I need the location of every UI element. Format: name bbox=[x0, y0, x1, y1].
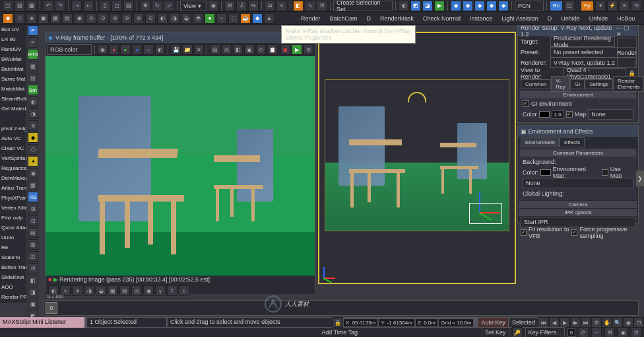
vfb-srgb-icon[interactable]: γ bbox=[155, 285, 166, 296]
new-icon[interactable]: ▢ bbox=[3, 1, 13, 11]
tab-effects[interactable]: Effects bbox=[560, 137, 585, 147]
tool-vertexkiller[interactable]: Vertex Killer bbox=[0, 204, 26, 213]
t2-n-icon[interactable]: ◐ bbox=[157, 13, 168, 24]
li-13-icon[interactable]: ▦ bbox=[28, 180, 38, 190]
tool-renderpr[interactable]: Render PR bbox=[0, 293, 26, 303]
t2-o-icon[interactable]: ◑ bbox=[169, 13, 179, 24]
vfb-settings-icon[interactable]: ⚙ bbox=[304, 44, 313, 55]
tool-bottox[interactable]: Bottox Trans bbox=[0, 263, 26, 273]
t2-p-icon[interactable]: ◒ bbox=[181, 13, 191, 24]
perspective-viewport[interactable] bbox=[318, 32, 516, 284]
goto-start-icon[interactable]: ⏮ bbox=[538, 317, 549, 328]
tool-lr90[interactable]: LR 90 bbox=[0, 35, 26, 45]
menu-hcbou[interactable]: HcBou bbox=[613, 15, 639, 22]
open-icon[interactable]: ▤ bbox=[15, 1, 25, 11]
li-23-icon[interactable]: ▣ bbox=[28, 299, 38, 309]
tool-matchmat[interactable]: MatchMat bbox=[0, 85, 26, 94]
t2-k-icon[interactable]: ⊛ bbox=[121, 13, 132, 24]
bolt-icon[interactable]: ⚡ bbox=[607, 1, 618, 11]
env-map-slot[interactable]: None bbox=[588, 109, 633, 120]
gi-env-check[interactable] bbox=[523, 100, 529, 107]
li-22-icon[interactable]: ◨ bbox=[28, 287, 38, 297]
li-11-icon[interactable]: ✦ bbox=[28, 156, 38, 167]
redo-icon[interactable]: ↷ bbox=[55, 1, 65, 11]
tool-samemat[interactable]: Same Mat bbox=[0, 75, 26, 85]
vfb-clear-icon[interactable]: ✕ bbox=[194, 44, 204, 55]
fit-check[interactable] bbox=[521, 229, 527, 236]
tool-x-icon[interactable]: ✕ bbox=[619, 1, 629, 11]
link-icon[interactable]: ⇢ bbox=[71, 1, 82, 11]
setkey-button[interactable]: Set Key bbox=[482, 327, 509, 337]
undo-icon[interactable]: ↶ bbox=[43, 1, 53, 11]
search-box[interactable]: PCN bbox=[515, 1, 544, 11]
timeline-slider[interactable]: 0 bbox=[44, 300, 639, 316]
window-controls[interactable]: — ▢ ✕ bbox=[616, 24, 635, 38]
coord-y[interactable]: Y: -1.61304m bbox=[378, 318, 415, 327]
vfb-save-icon[interactable]: 💾 bbox=[171, 44, 181, 55]
nav-b-icon[interactable]: ✋ bbox=[602, 317, 612, 328]
fp-icon[interactable]: Fp bbox=[581, 1, 594, 11]
keyfilters-button[interactable]: Key Filters... bbox=[525, 327, 565, 337]
snap-icon[interactable]: ⊞ bbox=[224, 1, 235, 11]
target-dropdown[interactable]: Production Rendering Mode bbox=[550, 36, 615, 47]
vfb-hue-icon[interactable]: ◒ bbox=[96, 285, 106, 296]
vp-b-icon[interactable]: ⊞ bbox=[604, 327, 615, 337]
t2-j-icon[interactable]: ⊚ bbox=[110, 13, 120, 24]
material-editor-icon[interactable]: ◐ bbox=[399, 1, 409, 11]
usemap-check[interactable] bbox=[602, 169, 608, 176]
li-17-icon[interactable]: ▤ bbox=[28, 227, 38, 238]
select-rect-icon[interactable]: ◻ bbox=[112, 1, 122, 11]
selection-set-dropdown[interactable]: Create Selection Set bbox=[333, 1, 393, 11]
vfb-icc-icon[interactable]: ◉ bbox=[143, 285, 154, 296]
vfb-compare-icon[interactable]: ◧ bbox=[233, 44, 243, 55]
vfb-clipboard-icon[interactable]: 📋 bbox=[267, 44, 277, 55]
vfb-exp-icon[interactable]: ☀ bbox=[72, 285, 82, 296]
scale-icon[interactable]: ⤢ bbox=[164, 1, 174, 11]
t2-d-icon[interactable]: ▣ bbox=[38, 13, 49, 24]
tool-arllux[interactable]: Arllux Tranf bbox=[0, 184, 26, 194]
tab-environment[interactable]: Environment bbox=[521, 137, 560, 147]
tool-cleanvc[interactable]: Clean VC bbox=[0, 144, 26, 154]
li-5-icon[interactable]: Bm bbox=[28, 85, 38, 95]
rc-icon[interactable]: Rc bbox=[550, 1, 563, 11]
vfb-stop-icon[interactable]: ◼ bbox=[280, 44, 290, 55]
tool-quickattach[interactable]: Quick Attach bbox=[0, 223, 26, 233]
t2-a-icon[interactable]: ◆ bbox=[3, 13, 13, 24]
tool-pivot2edge[interactable]: pivot 2 edge bbox=[0, 124, 26, 134]
t2-r-icon[interactable]: ● bbox=[205, 13, 215, 24]
vfb-region-icon[interactable]: ▣ bbox=[244, 44, 254, 55]
vfb-titlebar[interactable]: ◆ V-Ray frame buffer - [100% of 772 x 43… bbox=[46, 32, 315, 43]
t2-i-icon[interactable]: ⊙ bbox=[98, 13, 108, 24]
tool-detnmaker[interactable]: DetnMaker bbox=[0, 174, 26, 184]
schematic-icon[interactable]: ⊡ bbox=[317, 1, 327, 11]
tool-autovc[interactable]: Auto VC bbox=[0, 134, 26, 144]
coord-z[interactable]: Z: 0.0m bbox=[415, 318, 438, 327]
vfb-ocio-icon[interactable]: ◎ bbox=[131, 285, 142, 296]
vfb-lens-icon[interactable]: ◎ bbox=[222, 44, 232, 55]
li-4-icon[interactable]: ▤ bbox=[28, 73, 38, 83]
t2-l-icon[interactable]: ⊜ bbox=[133, 13, 144, 24]
tool-regularize[interactable]: Regularize bbox=[0, 164, 26, 174]
vfb-b-icon[interactable]: ● bbox=[132, 44, 142, 55]
move-icon[interactable]: ✥ bbox=[140, 1, 150, 11]
li-7-icon[interactable]: ◑ bbox=[28, 108, 38, 119]
menu-unhide[interactable]: Unhide bbox=[557, 15, 584, 22]
frame-field[interactable]: 0 bbox=[567, 328, 575, 337]
tab-settings[interactable]: Settings bbox=[585, 79, 613, 89]
common-params-head[interactable]: Common Parameters bbox=[520, 149, 636, 157]
render-button[interactable]: Render bbox=[617, 38, 637, 68]
vfb-g-icon[interactable]: ● bbox=[120, 44, 130, 55]
vfb-pixel-icon[interactable]: i bbox=[179, 285, 189, 296]
t2-e-icon[interactable]: ▦ bbox=[50, 13, 61, 24]
menu-d1[interactable]: D bbox=[363, 15, 375, 22]
vfb-load-icon[interactable]: 📁 bbox=[182, 44, 192, 55]
render-frame-icon[interactable]: ◪ bbox=[422, 1, 433, 11]
sun-gizmo-icon[interactable] bbox=[408, 92, 426, 102]
nav-a-icon[interactable]: ⊞ bbox=[591, 317, 602, 328]
li-10-icon[interactable]: ⬡ bbox=[28, 144, 38, 155]
tool-physx[interactable]: PhysXPainter bbox=[0, 194, 26, 204]
vfb-render-icon[interactable]: ▶ bbox=[292, 44, 302, 55]
key-icon[interactable]: 🔑 bbox=[512, 327, 523, 337]
tool-slideknot[interactable]: SlideKnot bbox=[0, 273, 26, 283]
tool-aoo[interactable]: AOO bbox=[0, 283, 26, 293]
